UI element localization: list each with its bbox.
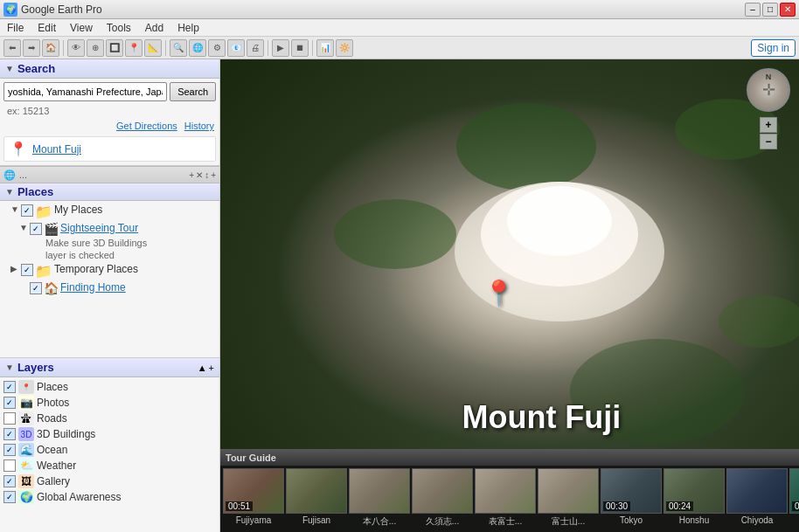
check-findinghome[interactable]: ✓ xyxy=(30,282,42,294)
panel-add-btn[interactable]: + xyxy=(189,170,194,180)
toolbar-btn-5[interactable]: ⊕ xyxy=(87,39,104,57)
thumb-chiyoda[interactable]: Chiyoda xyxy=(726,468,788,529)
tour-guide-header: Tour Guide xyxy=(220,450,799,466)
check-layer-photos[interactable]: ✓ xyxy=(3,397,16,409)
menu-file[interactable]: File xyxy=(3,21,27,35)
layers-controls: ▲ + xyxy=(198,363,214,373)
places-collapse-arrow[interactable]: ▼ xyxy=(5,187,14,197)
tour-guide: Tour Guide 00:51 Fujiyama Fujisan 本八合... xyxy=(220,449,799,532)
layer-item-3dbuildings: ✓ 3D 3D Buildings xyxy=(0,426,219,442)
panel-extra-btn[interactable]: + xyxy=(211,170,216,180)
thumb-label-fujisan: Fujisan xyxy=(286,515,347,525)
menubar: File Edit View Tools Add Help xyxy=(0,19,799,37)
toolbar-btn-4[interactable]: 👁 xyxy=(67,39,85,57)
layers-header: ▼ Layers ▲ + xyxy=(0,358,219,377)
search-collapse-arrow[interactable]: ▼ xyxy=(5,64,14,73)
panel-move-btn[interactable]: ↕ xyxy=(205,170,209,180)
check-layer-ocean[interactable]: ✓ xyxy=(3,444,16,456)
toolbar-btn-6[interactable]: 🔲 xyxy=(106,39,123,57)
check-layer-3d[interactable]: ✓ xyxy=(3,428,16,440)
places-section: ▼ Places ▼ ✓ 📁 My Places ▼ ✓ xyxy=(0,183,219,357)
check-layer-gallery[interactable]: ✓ xyxy=(3,475,16,487)
layers-move-down[interactable]: + xyxy=(209,363,214,373)
search-hint: ex: 15213 xyxy=(0,105,219,119)
check-sightseeing[interactable]: ✓ xyxy=(30,223,42,235)
toolbar-btn-3[interactable]: 🏠 xyxy=(42,39,59,57)
toolbar-btn-15[interactable]: ⏹ xyxy=(291,39,309,57)
compass-rose[interactable]: ✛ xyxy=(747,68,790,112)
tree-item-tempplaces: ▶ ✓ 📁 Temporary Places xyxy=(0,262,219,280)
check-layer-global[interactable]: ✓ xyxy=(3,491,16,503)
menu-help[interactable]: Help xyxy=(174,21,203,35)
thumb-label-hachigo: 本八合... xyxy=(349,515,410,528)
toolbar-btn-1[interactable]: ⬅ xyxy=(3,39,21,57)
layer-item-global: ✓ 🌍 Global Awareness xyxy=(0,489,219,505)
thumb-kushushi[interactable]: 久須志... xyxy=(412,468,473,529)
thumb-tokyo[interactable]: 00:30 Tokyo xyxy=(601,468,662,529)
close-button[interactable]: ✕ xyxy=(780,3,796,17)
search-button[interactable]: Search xyxy=(170,82,216,101)
thumb-label-omotefu: 表富士... xyxy=(475,515,536,528)
thumb-img-hachigo xyxy=(349,468,410,514)
toolbar-btn-9[interactable]: 🔍 xyxy=(170,39,187,57)
search-section: ▼ Search Search ex: 15213 Get Directions… xyxy=(0,59,219,166)
layers-panel-title: Layers xyxy=(17,361,54,374)
toolbar-btn-2[interactable]: ➡ xyxy=(23,39,40,57)
sign-in-button[interactable]: Sign in xyxy=(751,39,796,57)
thumb-img-tokyo: 00:30 xyxy=(601,468,662,514)
layers-collapse-arrow[interactable]: ▼ xyxy=(5,363,14,372)
check-myplaces[interactable]: ✓ xyxy=(21,204,33,217)
tree-arrow-myplaces[interactable]: ▼ xyxy=(10,204,21,214)
map-area[interactable]: 📍 Mount Fuji ✛ + − Tour Guide 00:51 xyxy=(220,59,799,532)
check-layer-roads[interactable] xyxy=(3,412,16,425)
search-input[interactable] xyxy=(3,82,167,101)
toolbar-btn-10[interactable]: 🌐 xyxy=(189,39,206,57)
label-sightseeing[interactable]: Sightseeing Tour xyxy=(60,222,138,234)
toolbar-btn-16[interactable]: 📊 xyxy=(316,39,334,57)
minimize-button[interactable]: – xyxy=(745,3,761,17)
thumb-hachigo[interactable]: 本八合... xyxy=(349,468,410,529)
tree-item-findinghome: ✓ 🏠 Finding Home xyxy=(0,280,219,296)
layers-move-up[interactable]: ▲ xyxy=(198,363,207,373)
thumb-fujisan2[interactable]: 富士山... xyxy=(538,468,599,529)
toolbar-btn-8[interactable]: 📐 xyxy=(144,39,162,57)
icon-layer-weather: ⛅ xyxy=(18,459,34,473)
search-input-row: Search xyxy=(0,79,219,105)
get-directions-link[interactable]: Get Directions xyxy=(116,121,177,131)
folder-icon-myplaces: 📁 xyxy=(35,204,52,220)
menu-edit[interactable]: Edit xyxy=(34,21,59,35)
toolbar-btn-13[interactable]: 🖨 xyxy=(247,39,264,57)
thumb-honshu[interactable]: 00:24 Honshu xyxy=(664,468,725,529)
layers-tree: ✓ 📍 Places ✓ 📷 Photos 🛣 Roads ✓ 3D xyxy=(0,377,219,532)
label-findinghome[interactable]: Finding Home xyxy=(60,281,126,294)
zoom-out-button[interactable]: − xyxy=(760,134,777,149)
check-layer-weather[interactable] xyxy=(3,459,16,472)
search-result-item[interactable]: 📍 Mount Fuji xyxy=(3,136,216,162)
tree-arrow-tempplaces[interactable]: ▶ xyxy=(10,264,21,273)
zoom-in-button[interactable]: + xyxy=(760,117,777,133)
toolbar-btn-14[interactable]: ▶ xyxy=(272,39,289,57)
maximize-button[interactable]: □ xyxy=(762,3,778,17)
label-tempplaces: Temporary Places xyxy=(54,263,138,275)
toolbar-btn-12[interactable]: 📧 xyxy=(227,39,245,57)
menu-view[interactable]: View xyxy=(66,21,96,35)
toolbar-separator-2 xyxy=(165,40,166,56)
menu-tools[interactable]: Tools xyxy=(103,21,135,35)
check-tempplaces[interactable]: ✓ xyxy=(21,264,33,276)
thumb-fujiyama[interactable]: 00:51 Fujiyama xyxy=(223,468,284,529)
folder-icon-tempplaces: 📁 xyxy=(35,263,52,280)
toolbar-btn-17[interactable]: 🔆 xyxy=(336,39,353,57)
thumb-label-honshu: Honshu xyxy=(664,515,725,525)
toolbar-btn-7[interactable]: 📍 xyxy=(125,39,142,57)
thumb-kanagawa[interactable]: 00:44 Kanaga... xyxy=(789,468,799,529)
panel-close-btn[interactable]: ✕ xyxy=(196,170,203,180)
search-panel-title: Search xyxy=(17,62,55,75)
thumb-img-omotefu xyxy=(475,468,536,514)
menu-add[interactable]: Add xyxy=(142,21,167,35)
history-link[interactable]: History xyxy=(184,121,214,131)
thumb-fujisan[interactable]: Fujisan xyxy=(286,468,347,529)
toolbar-btn-11[interactable]: ⚙ xyxy=(208,39,226,57)
thumb-omotefu[interactable]: 表富士... xyxy=(475,468,536,529)
check-layer-places[interactable]: ✓ xyxy=(3,381,16,393)
tree-arrow-sightseeing[interactable]: ▼ xyxy=(19,223,30,232)
